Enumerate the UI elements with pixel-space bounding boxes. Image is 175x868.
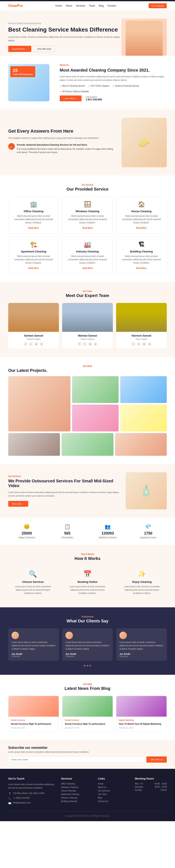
twitter-icon[interactable]: t xyxy=(83,342,87,346)
testi-dot-2[interactable] xyxy=(90,665,91,666)
service-icon-3: 🏗️ xyxy=(12,241,55,248)
nav-about[interactable]: About xyxy=(66,4,72,7)
testi-role-0: Customer xyxy=(11,655,56,657)
linkedin-icon[interactable]: li xyxy=(94,342,98,346)
linkedin-icon[interactable]: li xyxy=(147,342,151,346)
call-number: 1-817-244-900 xyxy=(85,98,102,101)
testi-name-0: Joe Smith xyxy=(11,653,56,655)
footer-service-4[interactable]: Industry Cleaning xyxy=(61,797,93,799)
outsource-label: Our Services xyxy=(8,475,119,477)
facebook-icon[interactable]: f xyxy=(131,342,136,346)
team-role-1: Senior Cleaner xyxy=(65,338,110,340)
stat-item-0: 😊 25000 Happy Customers xyxy=(8,524,45,539)
footer-service-2[interactable]: House Cleaning xyxy=(61,789,93,792)
get-quote-button[interactable]: Get A Quote xyxy=(149,3,167,8)
instagram-icon[interactable]: in xyxy=(142,342,146,346)
hours-day-0: Mon - Fri xyxy=(135,783,143,785)
instagram-icon[interactable]: in xyxy=(34,342,38,346)
testi-avatar-2 xyxy=(119,632,127,639)
hours-day-2: Sunday xyxy=(135,789,142,791)
blog-grid: Social Currency Social Currency High To … xyxy=(8,696,167,732)
facebook-icon[interactable]: f xyxy=(24,342,28,346)
footer-service-3[interactable]: Apartment Cleaning xyxy=(61,793,93,796)
footer-link-1[interactable]: About Us xyxy=(98,786,130,788)
blog-title: Latest News From Blog xyxy=(8,686,167,691)
faq-image: 🧽 xyxy=(121,118,167,167)
footer-link-3[interactable]: Our Team xyxy=(98,793,130,796)
service-link-0[interactable]: Read More xyxy=(12,227,55,229)
footer-col-links: Links Home About Us Our Services Our Tea… xyxy=(98,777,130,806)
testi-card-2: Lorem ipsum dolor sit amet consectetur a… xyxy=(116,628,167,661)
faq-item-title-1: Provide Janitorial Specialized Cleaning … xyxy=(17,143,115,147)
stat-number-1: 565 xyxy=(49,531,86,535)
hero-image xyxy=(121,19,167,56)
footer-contact-0: 📍 123 Main Street, City, State 12345 xyxy=(8,792,56,795)
newsletter-title: Subscribe our newsletter xyxy=(8,746,167,750)
stat-label-3: Experience Hours xyxy=(130,536,167,539)
footer-service-0[interactable]: Office Cleaning xyxy=(61,783,93,785)
testi-avatar-0 xyxy=(11,632,19,639)
service-link-5[interactable]: Read More xyxy=(120,267,163,269)
projects-grid xyxy=(8,376,167,431)
nav-home[interactable]: Home xyxy=(56,4,62,7)
footer-contact-2: ✉️ info@cleanpro.com xyxy=(8,802,56,805)
team-card-2: Harrison Samuel Team Leader f t in li xyxy=(116,303,167,348)
blog-label: Our Blog xyxy=(8,683,167,685)
blog-category-0: Social Currency xyxy=(11,719,56,721)
outsource-section: Our Services We Provide Outsourced Servi… xyxy=(0,464,175,518)
hero-desc: Lorem ipsum dolor sit amet consectetur a… xyxy=(8,35,121,42)
team-image-1 xyxy=(62,303,113,332)
service-link-1[interactable]: Read More xyxy=(67,227,108,229)
call-info: Call anytime 1-817-244-900 xyxy=(85,96,102,101)
how-we-work-button[interactable]: How We work xyxy=(33,46,55,52)
hero-buttons: Appointment → How We work xyxy=(8,46,121,52)
nav-team[interactable]: Team xyxy=(89,4,95,7)
service-link-4[interactable]: Read More xyxy=(67,267,108,269)
testimonials-title: What Our Clients Say xyxy=(8,619,167,623)
twitter-icon[interactable]: t xyxy=(29,342,33,346)
footer-col2-title: Services xyxy=(61,777,93,780)
learn-more-button[interactable]: Learn More → xyxy=(60,95,81,101)
service-card-0: 🏢 Office Cleaning Worle eiusmod ipsum do… xyxy=(8,196,59,234)
stat-number-3: 1750 xyxy=(130,531,167,535)
service-link-2[interactable]: Read More xyxy=(120,227,163,229)
footer-link-2[interactable]: Our Services xyxy=(98,789,130,792)
blog-image-0 xyxy=(8,696,59,717)
hero-person-image xyxy=(126,21,163,56)
project-image-1 xyxy=(72,376,118,403)
service-link-3[interactable]: Read More xyxy=(12,267,55,269)
stat-number-0: 25000 xyxy=(8,531,45,535)
how-title: How It Works xyxy=(8,556,167,561)
facebook-icon[interactable]: f xyxy=(77,342,81,346)
footer-phone: +1 (555) 123-4567 xyxy=(13,797,30,799)
nav-links: Home About Services Team Blog Contact xyxy=(56,4,116,7)
footer-service-1[interactable]: Windows Cleaning xyxy=(61,786,93,788)
nav-blog[interactable]: Blog xyxy=(99,4,104,7)
how-card-1: 📅 Booking Online Lorem ipsum dolor sit a… xyxy=(63,566,112,599)
footer-link-0[interactable]: Home xyxy=(98,783,130,785)
more-info-button[interactable]: More Info → xyxy=(8,501,28,507)
outsource-image-icon: 🧴 xyxy=(140,485,152,497)
instagram-icon[interactable]: in xyxy=(88,342,92,346)
testi-dot-1[interactable] xyxy=(87,665,88,666)
about-features: Best In Cleaning Service 24/7 Online Sup… xyxy=(60,85,167,93)
testi-avatar-1 xyxy=(66,632,73,639)
service-name-3: Apartment Cleaning xyxy=(12,250,55,253)
footer-link-5[interactable]: Contact Us xyxy=(98,800,130,802)
feature-1: Best In Cleaning Service xyxy=(60,85,85,87)
footer-service-5[interactable]: Building Cleaning xyxy=(61,800,93,802)
feature-4: All Finance Options Available xyxy=(60,90,89,93)
testi-dot-0[interactable] xyxy=(84,665,85,666)
nav-services[interactable]: Services xyxy=(76,4,85,7)
testi-text-1: Lorem ipsum dolor sit amet consectetur a… xyxy=(66,641,109,651)
team-image-2 xyxy=(116,303,167,332)
footer-link-4[interactable]: Blog xyxy=(98,797,130,799)
appointment-button[interactable]: Appointment → xyxy=(8,46,31,52)
blog-image-2 xyxy=(116,696,167,717)
nav-contact[interactable]: Contact xyxy=(107,4,116,7)
newsletter-submit-button[interactable]: Join with Us xyxy=(146,756,167,763)
linkedin-icon[interactable]: li xyxy=(39,342,44,346)
twitter-icon[interactable]: t xyxy=(137,342,141,346)
service-name-4: Industry Cleaning xyxy=(67,250,108,253)
newsletter-email-input[interactable] xyxy=(8,756,144,763)
